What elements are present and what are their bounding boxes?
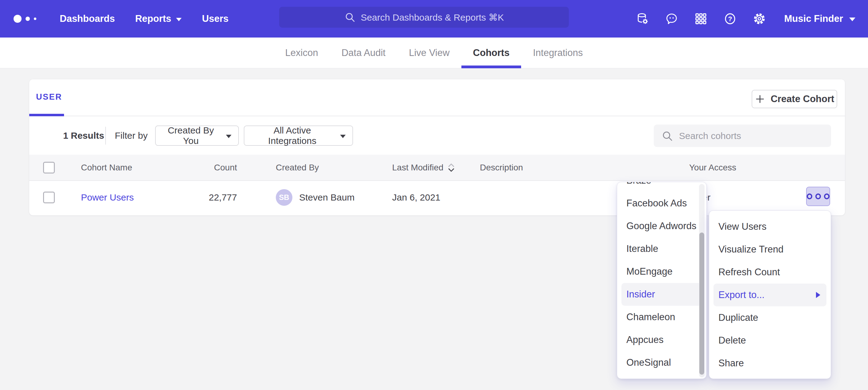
chevron-down-icon: [340, 135, 346, 138]
tab-cohorts[interactable]: Cohorts: [461, 37, 521, 68]
submenu-arrow-icon: [816, 292, 820, 298]
tab-user-cohorts[interactable]: USER: [36, 92, 62, 102]
created-by-filter-value: Created By You: [162, 125, 219, 146]
export-submenu: Braze Facebook Ads Google Adwords Iterab…: [617, 182, 707, 379]
menu-item-export-to[interactable]: Export to...: [713, 284, 827, 306]
menu-item-visualize-trend[interactable]: Visualize Trend: [709, 238, 831, 261]
menu-item-view-users[interactable]: View Users: [709, 215, 831, 238]
column-header-last-modified-label: Last Modified: [392, 163, 443, 172]
submenu-item-google-adwords[interactable]: Google Adwords: [617, 215, 706, 237]
tab-data-audit[interactable]: Data Audit: [330, 37, 397, 68]
chevron-down-icon: [849, 18, 856, 21]
created-by-filter[interactable]: Created By You: [155, 126, 239, 146]
plus-icon: [755, 94, 765, 104]
chevron-down-icon: [176, 18, 182, 21]
create-cohort-label: Create Cohort: [771, 94, 834, 105]
integrations-filter[interactable]: All Active Integrations: [244, 126, 353, 146]
filter-by-label: Filter by: [115, 116, 148, 155]
submenu-item-chameleon[interactable]: Chameleon: [617, 306, 706, 328]
svg-text:?: ?: [728, 15, 732, 23]
cohort-search: [654, 125, 831, 147]
submenu-item-appcues[interactable]: Appcues: [617, 328, 706, 351]
submenu-scrollbar-track[interactable]: [699, 184, 705, 378]
nav-item-dashboards[interactable]: Dashboards: [60, 13, 115, 24]
column-header-last-modified[interactable]: Last Modified: [392, 155, 455, 180]
search-icon: [661, 130, 674, 142]
column-header-description[interactable]: Description: [480, 155, 523, 180]
results-count: 1 Results: [63, 116, 104, 155]
submenu-item-onesignal[interactable]: OneSignal: [617, 351, 706, 374]
tab-live-view[interactable]: Live View: [397, 37, 461, 68]
cohort-name-link[interactable]: Power Users: [81, 181, 134, 214]
menu-item-share[interactable]: Share: [709, 352, 831, 375]
chevron-down-icon: [226, 135, 231, 138]
column-header-created-by[interactable]: Created By: [276, 155, 319, 180]
cohorts-card: USER Create Cohort 1 Results Filter by C…: [29, 79, 845, 215]
nav-item-reports-label: Reports: [135, 13, 171, 24]
last-modified-date: Jan 6, 2021: [392, 181, 440, 214]
integrations-filter-value: All Active Integrations: [251, 125, 333, 146]
logo-dot-small: [34, 18, 36, 20]
dot-icon: [815, 193, 821, 199]
submenu-item-insider[interactable]: Insider: [621, 283, 702, 306]
apps-grid-icon[interactable]: [694, 12, 708, 26]
submenu-item-iterable[interactable]: Iterable: [617, 237, 706, 260]
help-icon[interactable]: ?: [723, 12, 737, 26]
sort-icon: [447, 162, 455, 173]
search-icon: [344, 11, 356, 23]
table-row: Power Users 22,777 SB Steven Baum Jan 6,…: [29, 181, 845, 214]
project-switcher[interactable]: Music Finder: [784, 13, 856, 24]
menu-item-delete[interactable]: Delete: [709, 329, 831, 352]
create-cohort-button[interactable]: Create Cohort: [752, 90, 837, 108]
column-header-your-access[interactable]: Your Access: [689, 155, 736, 180]
row-actions-button[interactable]: [806, 187, 830, 206]
divider: [105, 127, 106, 144]
submenu-scrollbar-thumb[interactable]: [699, 232, 704, 375]
active-tab-underline: [29, 114, 64, 116]
row-checkbox[interactable]: [43, 192, 55, 203]
logo-dot-medium: [26, 17, 30, 21]
section-tab-bar: Lexicon Data Audit Live View Cohorts Int…: [0, 37, 868, 68]
submenu-item-facebook-ads[interactable]: Facebook Ads: [617, 192, 706, 215]
column-header-cohort-name[interactable]: Cohort Name: [81, 155, 132, 180]
cohort-count: 22,777: [185, 181, 237, 214]
feedback-icon[interactable]: [664, 12, 679, 26]
settings-gear-icon[interactable]: [752, 12, 767, 26]
tab-integrations[interactable]: Integrations: [521, 37, 594, 68]
submenu-item-braze[interactable]: Braze: [617, 182, 706, 192]
dot-icon: [824, 193, 830, 199]
top-nav: Dashboards Reports Users Search Dashboar…: [0, 0, 868, 37]
menu-item-duplicate[interactable]: Duplicate: [709, 306, 831, 329]
tab-lexicon[interactable]: Lexicon: [274, 37, 330, 68]
global-search-placeholder: Search Dashboards & Reports ⌘K: [361, 12, 504, 23]
project-name: Music Finder: [784, 13, 843, 24]
select-all-checkbox[interactable]: [43, 162, 55, 173]
cohort-search-input[interactable]: [679, 131, 824, 141]
row-actions-menu: View Users Visualize Trend Refresh Count…: [709, 210, 831, 379]
data-management-icon[interactable]: [635, 12, 649, 26]
logo-dot-large: [13, 15, 22, 23]
created-by-name: Steven Baum: [299, 192, 354, 203]
nav-item-users[interactable]: Users: [202, 13, 228, 24]
global-search-input[interactable]: Search Dashboards & Reports ⌘K: [279, 7, 569, 28]
dot-icon: [807, 193, 812, 199]
submenu-item-moengage[interactable]: MoEngage: [617, 260, 706, 283]
column-header-count[interactable]: Count: [185, 155, 237, 180]
menu-item-export-to-label: Export to...: [718, 289, 765, 300]
menu-item-refresh-count[interactable]: Refresh Count: [709, 261, 831, 284]
avatar: SB: [276, 189, 292, 206]
mixpanel-logo[interactable]: [13, 15, 36, 23]
table-header: Cohort Name Count Created By Last Modifi…: [29, 155, 845, 181]
nav-item-reports[interactable]: Reports: [135, 13, 182, 24]
